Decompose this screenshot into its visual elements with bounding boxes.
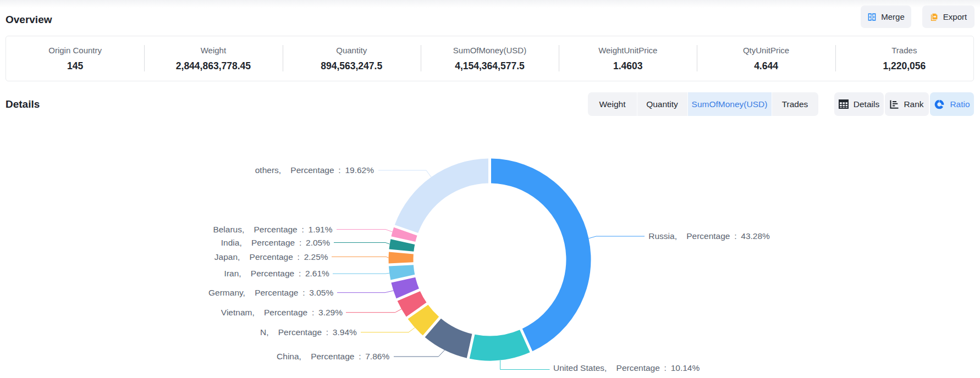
svg-text:United States, Percentage :: United States, Percentage : 10.14% xyxy=(553,363,700,373)
svg-text:Iran, Percentage : 2.61%: Iran, Percentage : 2.61% xyxy=(224,269,329,278)
svg-text:N, Percentage : 3.94%: N, Percentage : 3.94% xyxy=(260,327,357,337)
svg-text:India, Percentage : 2.05%: India, Percentage : 2.05% xyxy=(221,238,330,247)
svg-text:Vietnam, Percentage : 3.29%: Vietnam, Percentage : 3.29% xyxy=(221,308,343,317)
svg-text:others, Percentage : 19.62%: others, Percentage : 19.62% xyxy=(255,165,374,175)
svg-text:Japan, Percentage : 2.25%: Japan, Percentage : 2.25% xyxy=(214,252,328,262)
svg-text:China, Percentage : 7.86%: China, Percentage : 7.86% xyxy=(277,352,389,361)
svg-text:Belarus, Percentage : 1.91%: Belarus, Percentage : 1.91% xyxy=(213,225,332,234)
svg-text:Germany, Percentage : 3.05%: Germany, Percentage : 3.05% xyxy=(208,288,333,297)
svg-text:Russia, Percentage : 43.28%: Russia, Percentage : 43.28% xyxy=(648,231,770,241)
